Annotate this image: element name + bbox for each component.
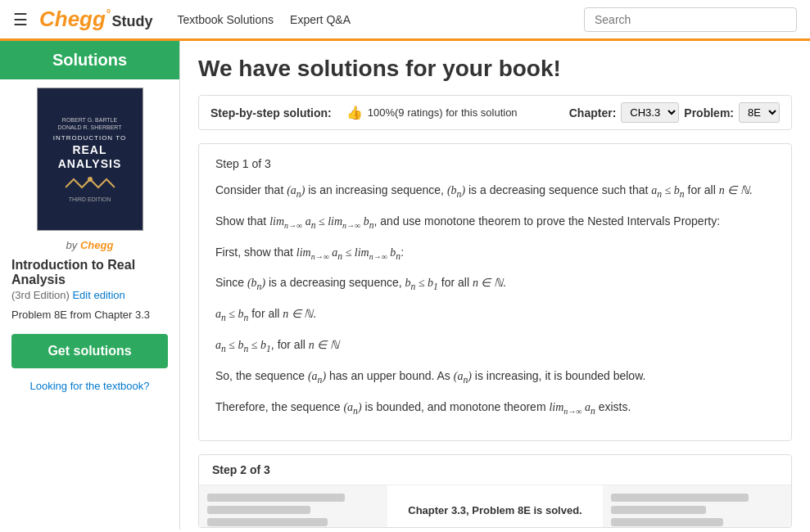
- book-wave-decoration: [66, 175, 115, 192]
- content-area: We have solutions for your book! Step-by…: [180, 41, 810, 530]
- looking-for-textbook-link[interactable]: Looking for the textbook?: [30, 380, 150, 392]
- step1-para5: an ≤ bn for all n ∈ ℕ.: [215, 304, 775, 327]
- ratings-text: 100%(9 ratings) for this solution: [368, 106, 518, 119]
- step1-para8: Therefore, the sequence (an) is bounded,…: [215, 397, 775, 420]
- step1-content: Consider that (an) is an increasing sequ…: [215, 180, 775, 419]
- by-chegg: by Chegg: [0, 239, 179, 251]
- book-main-title: REALANALYSIS: [58, 143, 122, 171]
- step2-chapter-solved: Chapter 3.3, Problem 8E is solved.: [387, 485, 604, 528]
- nav-textbook[interactable]: Textbook Solutions: [178, 13, 274, 26]
- sidebar-problem: Problem 8E from Chapter 3.3: [0, 308, 179, 322]
- looking-for-textbook: Looking for the textbook?: [0, 380, 179, 392]
- step2-blurred-left: [199, 485, 387, 528]
- thumbs-up-icon: 👍: [346, 105, 363, 120]
- step1-para7: So, the sequence (an) has an upper bound…: [215, 366, 775, 389]
- solution-bar: Step-by-step solution: 👍 100%(9 ratings)…: [198, 95, 792, 130]
- step1-box: Step 1 of 3 Consider that (an) is an inc…: [198, 143, 792, 441]
- step1-para4: Since (bn) is a decreasing sequence, bn …: [215, 273, 775, 295]
- ratings-area: 👍 100%(9 ratings) for this solution: [346, 105, 518, 120]
- edit-edition-link[interactable]: Edit edition: [72, 289, 124, 301]
- step1-header: Step 1 of 3: [215, 157, 775, 170]
- step1-para6: an ≤ bn ≤ b1, for all n ∈ ℕ: [215, 335, 775, 358]
- book-cover: ROBERT G. BARTLEDONALD R. SHERBERT INTRO…: [37, 88, 143, 231]
- problem-label: Problem:: [684, 106, 734, 119]
- book-authors: ROBERT G. BARTLEDONALD R. SHERBERT: [57, 116, 121, 131]
- problem-select[interactable]: 8E: [739, 102, 780, 123]
- hamburger-icon[interactable]: ☰: [13, 10, 28, 29]
- step2-header: Step 2 of 3: [199, 455, 791, 485]
- main-layout: Solutions ROBERT G. BARTLEDONALD R. SHER…: [0, 41, 810, 530]
- get-solutions-button[interactable]: Get solutions: [11, 334, 168, 368]
- chapter-selector-area: Chapter: CH3.3 Problem: 8E: [569, 102, 780, 123]
- sidebar-book-title: Introduction to Real Analysis: [0, 258, 179, 287]
- search-input[interactable]: [584, 7, 797, 32]
- header: ☰ Chegg° Study Textbook Solutions Expert…: [0, 0, 810, 41]
- step2-blurred-right: [603, 485, 791, 528]
- chapter-label: Chapter:: [569, 106, 617, 119]
- svg-point-0: [88, 177, 93, 182]
- logo: Chegg° Study: [39, 7, 153, 32]
- step2-content: Chapter 3.3, Problem 8E is solved.: [199, 485, 791, 528]
- book-edition-label: THIRD EDITION: [69, 196, 111, 202]
- sidebar-edition: (3rd Edition) Edit edition: [0, 289, 179, 301]
- book-intro: INTRODUCTION TO: [53, 134, 126, 142]
- page-title: We have solutions for your book!: [198, 56, 792, 82]
- sidebar-header: Solutions: [0, 41, 179, 79]
- step2-box: Step 2 of 3 Chapter 3.3, Problem 8E is s…: [198, 454, 792, 528]
- step1-para3: First, show that limn→∞ an ≤ limn→∞ bn:: [215, 242, 775, 265]
- step1-total: of 3: [251, 157, 270, 170]
- chegg-logo-small: Chegg: [80, 239, 113, 251]
- logo-study: Study: [112, 13, 153, 30]
- nav-expert[interactable]: Expert Q&A: [290, 13, 351, 26]
- step1-para2: Show that limn→∞ an ≤ limn→∞ bn, and use…: [215, 211, 775, 234]
- step1-para1: Consider that (an) is an increasing sequ…: [215, 180, 775, 203]
- logo-chegg: Chegg°: [39, 7, 111, 32]
- sidebar: Solutions ROBERT G. BARTLEDONALD R. SHER…: [0, 41, 180, 530]
- chapter-select[interactable]: CH3.3: [621, 102, 679, 123]
- step-by-step-label: Step-by-step solution:: [210, 106, 332, 119]
